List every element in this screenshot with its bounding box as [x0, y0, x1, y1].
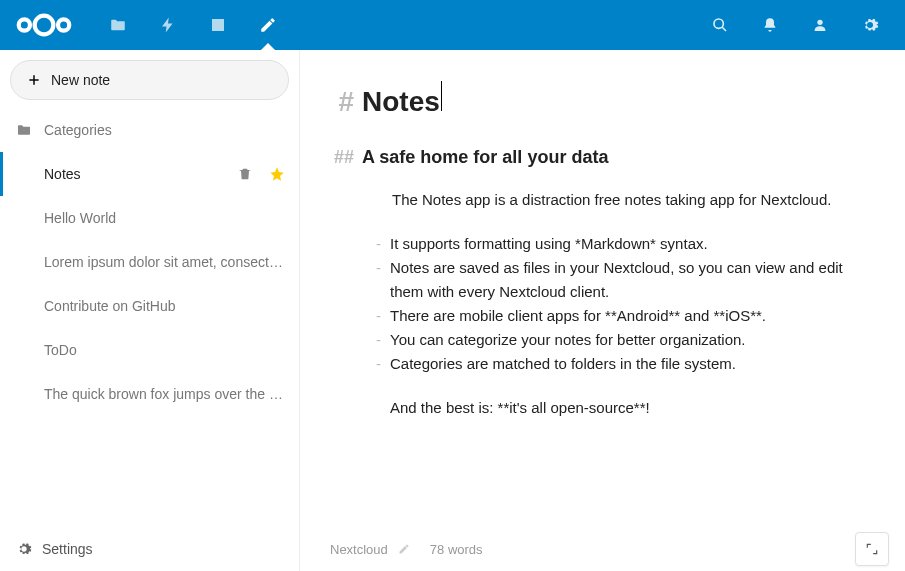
note-item[interactable]: Hello World — [0, 196, 299, 240]
note-item[interactable]: Contribute on GitHub — [0, 284, 299, 328]
list-item: -It supports formatting using *Markdown*… — [376, 232, 875, 256]
note-item[interactable]: ToDo — [0, 328, 299, 372]
note-title: Contribute on GitHub — [44, 298, 285, 314]
plus-icon — [27, 73, 41, 87]
note-subtitle-h2: ## A safe home for all your data — [362, 143, 875, 172]
new-note-button[interactable]: New note — [10, 60, 289, 100]
edit-icon — [259, 16, 277, 34]
notifications-button[interactable] — [745, 0, 795, 50]
trash-icon — [237, 166, 253, 182]
list-item: -Notes are saved as files in your Nextcl… — [376, 256, 875, 304]
markdown-list-marker: - — [376, 328, 390, 352]
svg-point-2 — [58, 19, 69, 30]
svg-point-1 — [35, 16, 54, 35]
status-bar: Nextcloud 78 words — [300, 531, 905, 571]
folder-icon — [16, 122, 40, 138]
svg-point-3 — [714, 19, 723, 28]
notes-app[interactable] — [243, 0, 293, 50]
markdown-h1-marker: # — [336, 80, 354, 125]
note-title: ToDo — [44, 342, 285, 358]
sidebar-settings-button[interactable]: Settings — [0, 527, 299, 571]
word-count: 78 words — [430, 542, 483, 557]
edit-category-button[interactable] — [398, 543, 410, 555]
outro-paragraph: And the best is: **it's all open-source*… — [390, 396, 875, 420]
top-bar — [0, 0, 905, 50]
sidebar: New note Categories Notes — [0, 50, 300, 571]
note-title: Lorem ipsum dolor sit amet, consectetur … — [44, 254, 285, 270]
categories-item[interactable]: Categories — [0, 108, 299, 152]
bullet-list: -It supports formatting using *Markdown*… — [376, 232, 875, 376]
search-button[interactable] — [695, 0, 745, 50]
activity-app[interactable] — [143, 0, 193, 50]
settings-label: Settings — [42, 541, 93, 557]
note-title: Notes — [44, 166, 229, 182]
note-item[interactable]: The quick brown fox jumps over the loazy… — [0, 372, 299, 416]
search-icon — [712, 17, 728, 33]
nav-list: Categories Notes Hello World Lorem ipsum… — [0, 108, 299, 527]
new-note-label: New note — [51, 72, 110, 88]
fullscreen-icon — [865, 542, 879, 556]
content-area: # Notes ## A safe home for all your data… — [300, 50, 905, 571]
favorite-button[interactable] — [269, 166, 285, 182]
gear-icon — [861, 16, 879, 34]
svg-point-5 — [817, 20, 822, 25]
main-area: New note Categories Notes — [0, 50, 905, 571]
note-category[interactable]: Nextcloud — [330, 542, 388, 557]
list-item: -Categories are matched to folders in th… — [376, 352, 875, 376]
markdown-list-marker: - — [376, 352, 390, 376]
note-title: Hello World — [44, 210, 285, 226]
note-title-h1: # Notes — [362, 80, 875, 125]
text-cursor — [441, 81, 442, 111]
topbar-right — [695, 0, 895, 50]
app-logo[interactable] — [15, 10, 73, 40]
intro-paragraph: The Notes app is a distraction free note… — [392, 188, 875, 212]
svg-line-4 — [722, 27, 726, 31]
app-nav — [93, 0, 293, 50]
bolt-icon — [159, 16, 177, 34]
nextcloud-logo-icon — [15, 10, 73, 40]
files-app[interactable] — [93, 0, 143, 50]
note-item[interactable]: Lorem ipsum dolor sit amet, consectetur … — [0, 240, 299, 284]
markdown-list-marker: - — [376, 232, 390, 256]
list-item: -There are mobile client apps for **Andr… — [376, 304, 875, 328]
list-item: -You can categorize your notes for bette… — [376, 328, 875, 352]
star-icon — [269, 166, 285, 182]
bell-icon — [762, 17, 778, 33]
svg-point-0 — [19, 19, 30, 30]
delete-note-button[interactable] — [237, 166, 253, 182]
note-title: The quick brown fox jumps over the loazy… — [44, 386, 285, 402]
markdown-list-marker: - — [376, 256, 390, 304]
note-editor[interactable]: # Notes ## A safe home for all your data… — [300, 50, 905, 531]
contacts-button[interactable] — [795, 0, 845, 50]
person-icon — [812, 17, 828, 33]
gallery-app[interactable] — [193, 0, 243, 50]
settings-button[interactable] — [845, 0, 895, 50]
folder-icon — [109, 16, 127, 34]
pencil-icon — [398, 543, 410, 555]
gear-icon — [16, 541, 32, 557]
categories-label: Categories — [44, 122, 285, 138]
fullscreen-button[interactable] — [855, 532, 889, 566]
markdown-list-marker: - — [376, 304, 390, 328]
markdown-h2-marker: ## — [322, 143, 354, 172]
picture-icon — [209, 16, 227, 34]
note-item[interactable]: Notes — [0, 152, 299, 196]
